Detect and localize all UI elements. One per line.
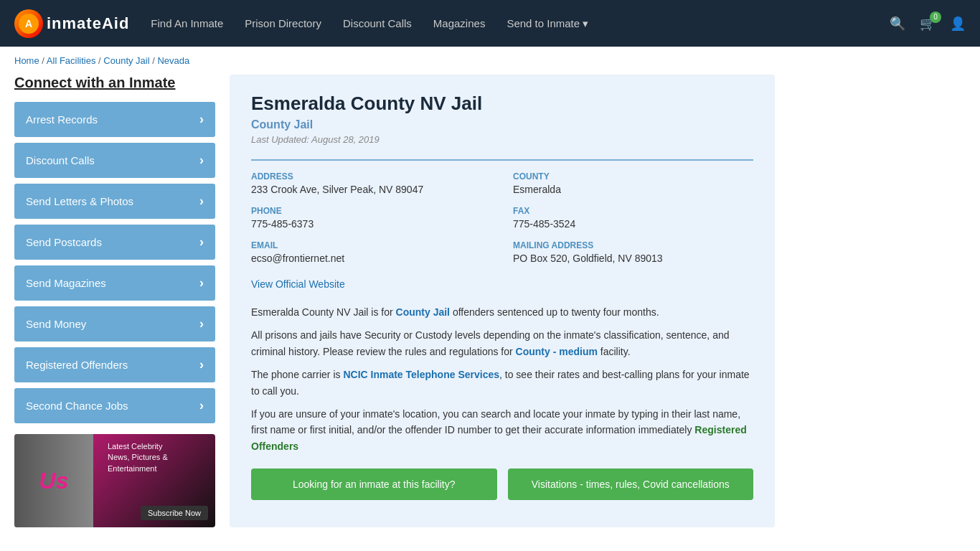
facility-last-updated: Last Updated: August 28, 2019 — [251, 134, 753, 145]
sidebar-item-registered-offenders[interactable]: Registered Offenders › — [14, 347, 215, 382]
phone-block: PHONE 775-485-6373 — [251, 206, 491, 230]
breadcrumb-nevada[interactable]: Nevada — [157, 55, 189, 66]
search-icon[interactable]: 🔍 — [890, 16, 905, 32]
sidebar-label-send-money: Send Money — [26, 318, 86, 330]
nav-prison-directory[interactable]: Prison Directory — [245, 17, 321, 29]
sidebar-title: Connect with an Inmate — [14, 75, 215, 91]
breadcrumb-home[interactable]: Home — [14, 55, 39, 66]
county-value: Esmeralda — [513, 184, 753, 195]
facility-content: Esmeralda County NV Jail County Jail Las… — [230, 75, 775, 527]
ad-image: Us — [14, 434, 93, 527]
sidebar-label-send-postcards: Send Postcards — [26, 236, 102, 248]
nav-find-inmate[interactable]: Find An Inmate — [151, 17, 223, 29]
facility-title: Esmeralda County NV Jail — [251, 93, 753, 115]
sidebar-item-send-letters[interactable]: Send Letters & Photos › — [14, 184, 215, 219]
sidebar-arrow-send-money: › — [199, 316, 204, 331]
fax-block: FAX 775-485-3524 — [513, 206, 753, 230]
sidebar-label-discount-calls: Discount Calls — [26, 154, 95, 166]
sidebar-label-send-letters: Send Letters & Photos — [26, 195, 133, 207]
email-label: EMAIL — [251, 240, 491, 250]
mailing-label: MAILING ADDRESS — [513, 240, 753, 250]
desc-paragraph-1: Esmeralda County NV Jail is for County J… — [251, 304, 753, 320]
phone-label: PHONE — [251, 206, 491, 216]
sidebar-item-arrest-records[interactable]: Arrest Records › — [14, 102, 215, 137]
sidebar-label-registered-offenders: Registered Offenders — [26, 359, 128, 371]
nav-right: 🔍 🛒 0 👤 — [890, 16, 966, 32]
address-value: 233 Crook Ave, Silver Peak, NV 89047 — [251, 184, 491, 195]
ad-tagline: Latest CelebrityNews, Pictures &Entertai… — [108, 441, 208, 474]
official-website-link[interactable]: View Official Website — [251, 278, 345, 290]
sidebar-arrow-registered-offenders: › — [199, 357, 204, 372]
cart-icon[interactable]: 🛒 0 — [920, 16, 936, 32]
ad-content: Latest CelebrityNews, Pictures &Entertai… — [100, 434, 215, 527]
address-label: ADDRESS — [251, 171, 491, 182]
fax-value: 775-485-3524 — [513, 218, 753, 230]
mailing-block: MAILING ADDRESS PO Box 520, Goldfield, N… — [513, 240, 753, 264]
nav-magazines[interactable]: Magazines — [433, 17, 486, 29]
sidebar-arrow-send-magazines: › — [199, 276, 204, 291]
bottom-buttons: Looking for an inmate at this facility? … — [251, 468, 753, 500]
sidebar-item-send-money[interactable]: Send Money › — [14, 306, 215, 342]
sidebar-item-send-postcards[interactable]: Send Postcards › — [14, 225, 215, 260]
county-medium-link[interactable]: County - medium — [516, 346, 598, 357]
navbar: A inmateAid Find An Inmate Prison Direct… — [0, 0, 980, 47]
fax-label: FAX — [513, 206, 753, 216]
phone-value: 775-485-6373 — [251, 218, 491, 230]
looking-for-inmate-button[interactable]: Looking for an inmate at this facility? — [251, 468, 497, 500]
county-label: COUNTY — [513, 171, 753, 182]
logo-icon: A — [14, 9, 43, 38]
breadcrumb-all-facilities[interactable]: All Facilities — [47, 55, 96, 66]
sidebar-item-send-magazines[interactable]: Send Magazines › — [14, 265, 215, 301]
registered-offenders-link[interactable]: Registered Offenders — [251, 424, 747, 451]
mailing-value: PO Box 520, Goldfield, NV 89013 — [513, 253, 753, 264]
ad-banner: Us Latest CelebrityNews, Pictures &Enter… — [14, 434, 215, 527]
sidebar-item-discount-calls[interactable]: Discount Calls › — [14, 143, 215, 178]
breadcrumb: Home / All Facilities / County Jail / Ne… — [0, 47, 980, 75]
nav-discount-calls[interactable]: Discount Calls — [343, 17, 412, 29]
desc-paragraph-4: If you are unsure of your inmate's locat… — [251, 406, 753, 454]
user-icon[interactable]: 👤 — [950, 16, 966, 32]
sidebar-label-second-chance: Second Chance Jobs — [26, 400, 128, 412]
email-block: EMAIL ecso@frontiernet.net — [251, 240, 491, 264]
email-value: ecso@frontiernet.net — [251, 253, 491, 264]
nav-send-to-inmate[interactable]: Send to Inmate ▾ — [507, 17, 588, 30]
sidebar-arrow-arrest-records: › — [199, 112, 204, 127]
svg-text:A: A — [25, 18, 32, 29]
facility-type: County Jail — [251, 118, 753, 131]
main-content: Connect with an Inmate Arrest Records › … — [0, 75, 789, 542]
sidebar-arrow-discount-calls: › — [199, 153, 204, 168]
official-link-container: View Official Website — [251, 278, 753, 290]
nav-links: Find An Inmate Prison Directory Discount… — [151, 17, 890, 30]
visitations-button[interactable]: Visitations - times, rules, Covid cancel… — [508, 468, 754, 500]
sidebar-arrow-send-postcards: › — [199, 235, 204, 250]
facility-info-grid: ADDRESS 233 Crook Ave, Silver Peak, NV 8… — [251, 159, 753, 264]
facility-description: Esmeralda County NV Jail is for County J… — [251, 304, 753, 454]
sidebar-arrow-second-chance: › — [199, 398, 204, 413]
desc-paragraph-3: The phone carrier is NCIC Inmate Telepho… — [251, 367, 753, 399]
ncic-link[interactable]: NCIC Inmate Telephone Services — [343, 369, 499, 380]
address-block: ADDRESS 233 Crook Ave, Silver Peak, NV 8… — [251, 171, 491, 195]
sidebar-label-arrest-records: Arrest Records — [26, 113, 98, 126]
ad-subscribe-button[interactable]: Subscribe Now — [141, 506, 208, 520]
sidebar-item-second-chance[interactable]: Second Chance Jobs › — [14, 388, 215, 423]
breadcrumb-county-jail[interactable]: County Jail — [103, 55, 149, 66]
desc-paragraph-2: All prisons and jails have Security or C… — [251, 327, 753, 359]
county-jail-link[interactable]: County Jail — [396, 306, 450, 318]
logo[interactable]: A inmateAid — [14, 9, 129, 38]
sidebar: Connect with an Inmate Arrest Records › … — [14, 75, 215, 527]
logo-text: inmateAid — [47, 14, 129, 33]
ad-logo: Us — [39, 468, 69, 494]
county-block: COUNTY Esmeralda — [513, 171, 753, 195]
sidebar-arrow-send-letters: › — [199, 194, 204, 209]
sidebar-label-send-magazines: Send Magazines — [26, 277, 106, 289]
cart-badge: 0 — [930, 11, 941, 23]
